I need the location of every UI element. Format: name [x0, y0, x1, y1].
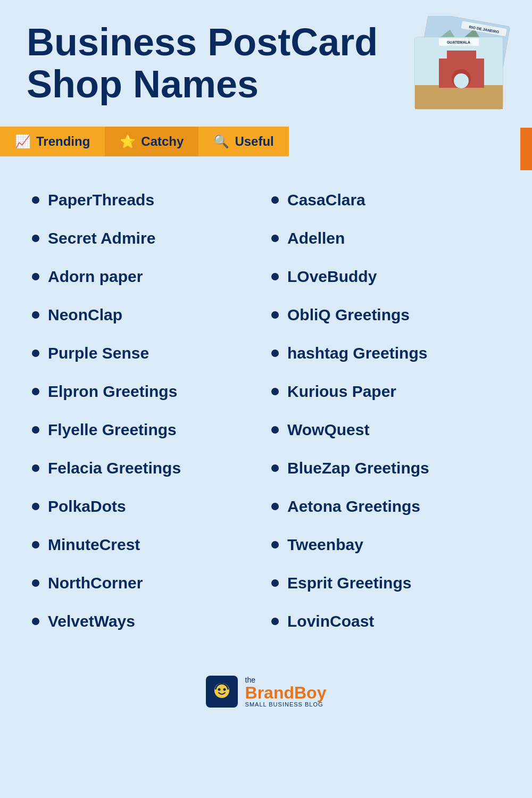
- bullet: [32, 311, 39, 319]
- useful-icon: 🔍: [213, 134, 229, 149]
- bullet: [271, 579, 279, 587]
- name-text: LOveBuddy: [287, 267, 377, 286]
- list-item: MinuteCrest: [27, 528, 266, 562]
- name-text: Kurious Paper: [287, 382, 396, 401]
- list-item: Purple Sense: [27, 336, 266, 370]
- name-text: PolkaDots: [48, 497, 126, 516]
- list-item: VelvetWays: [27, 604, 266, 638]
- bullet: [271, 388, 279, 395]
- list-item: Kurious Paper: [266, 375, 505, 409]
- list-item: Felacia Greetings: [27, 451, 266, 485]
- bullet: [32, 464, 39, 472]
- header-section: Business PostCard Shop Names RIO DE JANE…: [0, 0, 532, 116]
- name-text: Adorn paper: [48, 267, 143, 286]
- list-item: WowQuest: [266, 413, 505, 447]
- page-title: Business PostCard Shop Names: [27, 21, 388, 105]
- name-text: NorthCorner: [48, 573, 143, 593]
- catchy-label: Catchy: [141, 134, 184, 149]
- bullet: [32, 503, 39, 510]
- list-item: Esprit Greetings: [266, 566, 505, 600]
- brandboy-logo-icon: [206, 676, 238, 708]
- bullet: [32, 235, 39, 242]
- svg-point-14: [454, 73, 469, 88]
- bullet: [271, 618, 279, 625]
- badge-catchy[interactable]: ⭐ Catchy: [105, 127, 198, 156]
- name-text: LovinCoast: [287, 612, 374, 631]
- brandboy-logo-text: the BrandBoy SMALL BUSINESS BLOG: [245, 676, 327, 708]
- bullet: [32, 388, 39, 395]
- svg-text:GUATEMALA: GUATEMALA: [447, 40, 470, 44]
- bullet: [271, 350, 279, 357]
- name-text: PaperThreads: [48, 190, 154, 210]
- names-column-left: PaperThreadsSecret AdmireAdorn paperNeon…: [27, 183, 266, 638]
- svg-point-18: [214, 683, 229, 698]
- accent-sidebar: [520, 128, 532, 170]
- name-text: Purple Sense: [48, 344, 149, 363]
- list-item: Aetona Greetings: [266, 489, 505, 523]
- postcard-illustration: RIO DE JANEIRO GUATEMALA: [404, 16, 511, 109]
- list-item: NeonClap: [27, 298, 266, 332]
- list-item: LovinCoast: [266, 604, 505, 638]
- badge-trending[interactable]: 📈 Trending: [0, 127, 105, 156]
- name-text: Adellen: [287, 229, 345, 248]
- list-item: hashtag Greetings: [266, 336, 505, 370]
- badge-bar: 📈 Trending ⭐ Catchy 🔍 Useful: [0, 127, 532, 156]
- list-item: PolkaDots: [27, 489, 266, 523]
- list-item: Secret Admire: [27, 221, 266, 255]
- bullet: [32, 426, 39, 434]
- bullet: [32, 618, 39, 625]
- name-text: WowQuest: [287, 420, 369, 439]
- bullet: [32, 196, 39, 204]
- bullet: [271, 464, 279, 472]
- names-grid: PaperThreadsSecret AdmireAdorn paperNeon…: [0, 172, 532, 660]
- badge-useful[interactable]: 🔍 Useful: [198, 127, 288, 156]
- list-item: ObliQ Greetings: [266, 298, 505, 332]
- list-item: Elpron Greetings: [27, 375, 266, 409]
- name-text: Esprit Greetings: [287, 573, 411, 593]
- name-text: ObliQ Greetings: [287, 305, 410, 325]
- bullet: [32, 541, 39, 548]
- list-item: LOveBuddy: [266, 260, 505, 294]
- name-text: Flyelle Greetings: [48, 420, 177, 439]
- list-item: Adorn paper: [27, 260, 266, 294]
- svg-rect-12: [447, 51, 476, 61]
- useful-label: Useful: [235, 134, 273, 149]
- svg-point-19: [218, 688, 220, 691]
- footer-logo: the BrandBoy SMALL BUSINESS BLOG: [0, 660, 532, 729]
- bullet: [32, 350, 39, 357]
- svg-rect-10: [415, 85, 503, 109]
- name-text: hashtag Greetings: [287, 344, 427, 363]
- svg-point-20: [223, 688, 226, 691]
- name-text: MinuteCrest: [48, 535, 140, 554]
- list-item: NorthCorner: [27, 566, 266, 600]
- name-text: Secret Admire: [48, 229, 155, 248]
- bullet: [32, 579, 39, 587]
- bullet: [271, 273, 279, 280]
- name-text: Felacia Greetings: [48, 459, 181, 478]
- name-text: Elpron Greetings: [48, 382, 177, 401]
- list-item: Flyelle Greetings: [27, 413, 266, 447]
- list-item: Tweenbay: [266, 528, 505, 562]
- name-text: Tweenbay: [287, 535, 363, 554]
- logo-brand: BrandBoy: [245, 684, 327, 701]
- name-text: VelvetWays: [48, 612, 135, 631]
- trending-label: Trending: [36, 134, 90, 149]
- list-item: CasaClara: [266, 183, 505, 217]
- names-column-right: CasaClaraAdellenLOveBuddyObliQ Greetings…: [266, 183, 505, 638]
- name-text: Aetona Greetings: [287, 497, 420, 516]
- name-text: NeonClap: [48, 305, 122, 325]
- bullet: [32, 273, 39, 280]
- bullet: [271, 503, 279, 510]
- name-text: BlueZap Greetings: [287, 459, 429, 478]
- bullet: [271, 541, 279, 548]
- list-item: Adellen: [266, 221, 505, 255]
- bullet: [271, 196, 279, 204]
- bullet: [271, 235, 279, 242]
- name-text: CasaClara: [287, 190, 365, 210]
- bullet: [271, 311, 279, 319]
- trending-icon: 📈: [15, 134, 31, 149]
- list-item: BlueZap Greetings: [266, 451, 505, 485]
- catchy-icon: ⭐: [120, 134, 136, 149]
- list-item: PaperThreads: [27, 183, 266, 217]
- bullet: [271, 426, 279, 434]
